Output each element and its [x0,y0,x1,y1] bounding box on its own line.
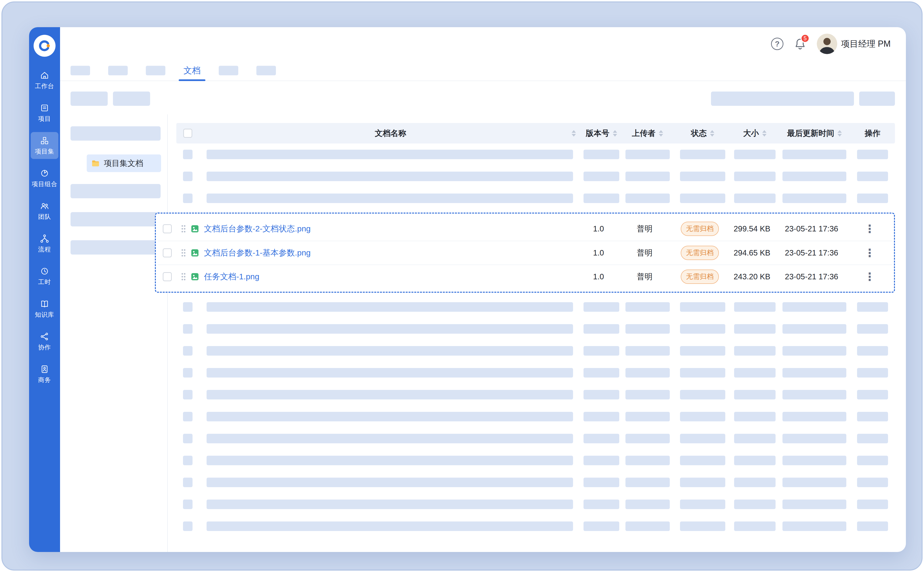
skeleton-bar [584,434,619,443]
sidebar-item-business[interactable]: 商务 [31,361,58,387]
tree-item-project-set-docs[interactable]: 项目集文档 [87,154,161,172]
skeleton-rows-bottom [176,296,895,537]
sidebar-item-workbench[interactable]: 工作台 [31,67,58,94]
desktop-background: 工作台 项目 项目集 项目组合 团队 [2,2,922,570]
skeleton-bar [680,499,725,509]
app-logo[interactable] [34,35,56,57]
skeleton-bar [857,194,888,203]
file-name-cell: 任务文档-1.png [190,271,579,282]
portfolio-pie-icon [40,168,49,178]
skeleton-bar [734,521,776,531]
table-skeleton-row [176,187,895,209]
header-updated: 最后更新时间 [779,128,850,139]
sort-icon[interactable] [613,130,617,137]
user-avatar [817,34,837,54]
skeleton-bar [857,346,888,356]
help-icon[interactable]: ? [771,38,783,50]
top-bar: ? 5 [60,27,906,61]
project-set-icon [40,136,49,145]
project-board-icon [40,103,49,113]
skeleton-bar [584,478,619,487]
skeleton-bar [626,172,670,181]
tab-documents[interactable]: 文档 [183,61,200,81]
skeleton-bar [584,499,619,509]
sidebar-item-knowledge-base[interactable]: 知识库 [31,295,58,322]
image-file-icon [190,272,200,281]
skeleton-bar [680,172,725,181]
table-skeleton-row [176,384,895,406]
version-cell: 1.0 [579,248,618,257]
skeleton-checkbox [183,390,193,399]
user-menu[interactable]: 项目经理 PM [817,34,891,54]
sidebar-item-workflow[interactable]: 流程 [31,230,58,257]
skeleton-bar [626,434,670,443]
skeleton-bar [207,521,573,531]
sidebar-item-project-set[interactable]: 项目集 [31,132,58,159]
skeleton-bar [207,346,573,356]
skeleton-bar [783,302,846,312]
column-label: 版本号 [586,128,609,139]
row-checkbox[interactable] [163,272,172,281]
sidebar-item-timesheet[interactable]: 工时 [31,263,58,289]
documents-table: 文档名称 版本号 上传者 状态 [176,123,895,552]
drag-handle-icon[interactable] [177,249,190,257]
sidebar-item-team[interactable]: 团队 [31,197,58,224]
row-checkbox[interactable] [163,248,172,257]
skeleton-bar [626,346,670,356]
sidebar-item-label: 工时 [38,278,51,286]
table-skeleton-row [176,406,895,427]
sidebar-item-collaboration[interactable]: 协作 [31,328,58,355]
skeleton-bar [783,194,846,203]
more-actions-icon[interactable]: ⋮ [864,223,875,234]
skeleton-bar [207,324,573,334]
sort-icon[interactable] [762,130,767,137]
file-row[interactable]: 文档后台参数-2-文档状态.png 1.0 普明 无需归档 299.54 KB … [158,217,892,241]
skeleton-bar [857,521,888,531]
row-checkbox[interactable] [163,224,172,233]
sidebar-item-label: 流程 [38,245,51,253]
notifications-button[interactable]: 5 [794,38,806,50]
skeleton-bar [734,324,776,334]
file-name-link[interactable]: 文档后台参数-1-基本参数.png [204,247,311,258]
skeleton-bar [207,412,573,421]
file-row[interactable]: 任务文档-1.png 1.0 普明 无需归档 243.20 KB 23-05-2… [158,264,892,288]
skeleton-bar [783,346,846,356]
skeleton-bar [584,368,619,378]
skeleton-bar [207,434,573,443]
column-label: 上传者 [632,128,655,139]
toolbar-button-skeleton [113,92,150,106]
skeleton-bar [626,478,670,487]
table-header-row: 文档名称 版本号 上传者 状态 [176,123,895,143]
drag-handle-icon[interactable] [177,272,190,281]
skeleton-checkbox [183,456,193,465]
folder-tree-panel: 项目集文档 [70,114,168,552]
sidebar-item-projects[interactable]: 项目 [31,99,58,126]
sort-icon[interactable] [659,130,663,137]
sort-icon[interactable] [837,130,842,137]
workflow-icon [40,234,49,243]
sidebar-item-label: 项目 [38,115,51,123]
skeleton-bar [783,499,846,509]
skeleton-checkbox [183,172,193,181]
sidebar-nav: 工作台 项目 项目集 项目组合 团队 [29,67,60,393]
more-actions-icon[interactable]: ⋮ [864,271,875,282]
uploader-cell: 普明 [618,272,671,282]
file-row[interactable]: 文档后台参数-1-基本参数.png 1.0 普明 无需归档 294.65 KB … [158,241,892,264]
skeleton-bar [857,390,888,399]
skeleton-bar [584,150,619,159]
skeleton-bar [734,434,776,443]
skeleton-bar [207,368,573,378]
skeleton-bar [857,478,888,487]
select-all-checkbox[interactable] [183,129,192,138]
sort-icon[interactable] [710,130,714,137]
skeleton-bar [857,150,888,159]
skeleton-bar [783,172,846,181]
sidebar-item-portfolio[interactable]: 项目组合 [31,165,58,192]
drag-handle-icon[interactable] [177,224,190,233]
sidebar-item-label: 项目集 [35,147,54,155]
more-actions-icon[interactable]: ⋮ [864,247,875,258]
file-name-link[interactable]: 文档后台参数-2-文档状态.png [204,223,311,234]
table-skeleton-row [176,493,895,515]
sort-icon[interactable] [571,130,576,137]
file-name-link[interactable]: 任务文档-1.png [204,271,259,282]
